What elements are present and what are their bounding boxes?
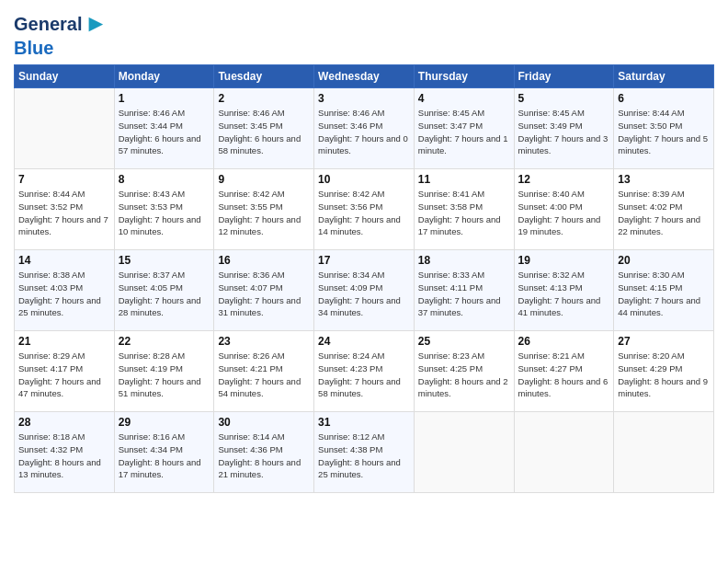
logo-arrow-icon: ►: [84, 9, 108, 38]
calendar-cell: 4Sunrise: 8:45 AMSunset: 3:47 PMDaylight…: [414, 88, 514, 169]
day-number: 13: [618, 173, 710, 186]
day-number: 12: [518, 173, 610, 186]
calendar-cell: 21Sunrise: 8:29 AMSunset: 4:17 PMDayligh…: [15, 331, 115, 412]
week-row-5: 28Sunrise: 8:18 AMSunset: 4:32 PMDayligh…: [15, 412, 714, 493]
calendar-cell: 12Sunrise: 8:40 AMSunset: 4:00 PMDayligh…: [514, 169, 614, 250]
day-info: Sunrise: 8:28 AMSunset: 4:19 PMDaylight:…: [119, 350, 210, 400]
calendar-cell: 14Sunrise: 8:38 AMSunset: 4:03 PMDayligh…: [15, 250, 115, 331]
calendar-cell: 24Sunrise: 8:24 AMSunset: 4:23 PMDayligh…: [314, 331, 415, 412]
day-number: 23: [218, 335, 310, 348]
day-number: 6: [618, 92, 710, 105]
calendar-cell: [514, 412, 614, 493]
day-number: 8: [119, 173, 210, 186]
day-info: Sunrise: 8:39 AMSunset: 4:02 PMDaylight:…: [618, 188, 710, 238]
week-row-3: 14Sunrise: 8:38 AMSunset: 4:03 PMDayligh…: [15, 250, 714, 331]
day-info: Sunrise: 8:29 AMSunset: 4:17 PMDaylight:…: [18, 350, 110, 400]
day-info: Sunrise: 8:37 AMSunset: 4:05 PMDaylight:…: [119, 269, 210, 319]
day-info: Sunrise: 8:45 AMSunset: 3:47 PMDaylight:…: [418, 107, 510, 157]
header-day-saturday: Saturday: [614, 65, 714, 88]
day-info: Sunrise: 8:18 AMSunset: 4:32 PMDaylight:…: [18, 431, 110, 481]
calendar-cell: [15, 88, 115, 169]
header-day-friday: Friday: [514, 65, 614, 88]
calendar-cell: 1Sunrise: 8:46 AMSunset: 3:44 PMDaylight…: [114, 88, 214, 169]
day-number: 11: [418, 173, 510, 186]
day-number: 9: [218, 173, 310, 186]
header-day-wednesday: Wednesday: [314, 65, 415, 88]
day-number: 10: [318, 173, 410, 186]
week-row-4: 21Sunrise: 8:29 AMSunset: 4:17 PMDayligh…: [15, 331, 714, 412]
calendar-cell: 27Sunrise: 8:20 AMSunset: 4:29 PMDayligh…: [614, 331, 714, 412]
day-info: Sunrise: 8:46 AMSunset: 3:46 PMDaylight:…: [318, 107, 410, 157]
day-info: Sunrise: 8:44 AMSunset: 3:50 PMDaylight:…: [618, 107, 710, 157]
day-info: Sunrise: 8:23 AMSunset: 4:25 PMDaylight:…: [418, 350, 510, 400]
calendar-cell: 15Sunrise: 8:37 AMSunset: 4:05 PMDayligh…: [114, 250, 214, 331]
header-day-thursday: Thursday: [414, 65, 514, 88]
calendar-cell: 9Sunrise: 8:42 AMSunset: 3:55 PMDaylight…: [214, 169, 314, 250]
day-info: Sunrise: 8:12 AMSunset: 4:38 PMDaylight:…: [318, 431, 410, 481]
day-info: Sunrise: 8:38 AMSunset: 4:03 PMDaylight:…: [18, 269, 110, 319]
calendar-body: 1Sunrise: 8:46 AMSunset: 3:44 PMDaylight…: [15, 88, 714, 493]
day-number: 1: [119, 92, 210, 105]
day-number: 4: [418, 92, 510, 105]
day-number: 27: [618, 335, 710, 348]
calendar-header: SundayMondayTuesdayWednesdayThursdayFrid…: [15, 65, 714, 88]
calendar-cell: 8Sunrise: 8:43 AMSunset: 3:53 PMDaylight…: [114, 169, 214, 250]
day-number: 7: [18, 173, 110, 186]
calendar-cell: 6Sunrise: 8:44 AMSunset: 3:50 PMDaylight…: [614, 88, 714, 169]
calendar-cell: [614, 412, 714, 493]
day-number: 19: [518, 254, 610, 267]
day-info: Sunrise: 8:40 AMSunset: 4:00 PMDaylight:…: [518, 188, 610, 238]
day-number: 18: [418, 254, 510, 267]
day-number: 24: [318, 335, 410, 348]
calendar-cell: 18Sunrise: 8:33 AMSunset: 4:11 PMDayligh…: [414, 250, 514, 331]
day-number: 28: [18, 416, 110, 429]
header-day-monday: Monday: [114, 65, 214, 88]
calendar-table: SundayMondayTuesdayWednesdayThursdayFrid…: [14, 64, 714, 493]
day-info: Sunrise: 8:33 AMSunset: 4:11 PMDaylight:…: [418, 269, 510, 319]
day-info: Sunrise: 8:21 AMSunset: 4:27 PMDaylight:…: [518, 350, 610, 400]
day-info: Sunrise: 8:45 AMSunset: 3:49 PMDaylight:…: [518, 107, 610, 157]
header: General ► Blue: [14, 9, 714, 59]
day-number: 26: [518, 335, 610, 348]
day-number: 16: [218, 254, 310, 267]
day-number: 15: [119, 254, 210, 267]
calendar-cell: 23Sunrise: 8:26 AMSunset: 4:21 PMDayligh…: [214, 331, 314, 412]
calendar-cell: 25Sunrise: 8:23 AMSunset: 4:25 PMDayligh…: [414, 331, 514, 412]
day-info: Sunrise: 8:36 AMSunset: 4:07 PMDaylight:…: [218, 269, 310, 319]
logo: General ► Blue: [14, 9, 108, 59]
calendar-cell: 2Sunrise: 8:46 AMSunset: 3:45 PMDaylight…: [214, 88, 314, 169]
calendar-cell: 16Sunrise: 8:36 AMSunset: 4:07 PMDayligh…: [214, 250, 314, 331]
calendar-cell: 7Sunrise: 8:44 AMSunset: 3:52 PMDaylight…: [15, 169, 115, 250]
day-info: Sunrise: 8:24 AMSunset: 4:23 PMDaylight:…: [318, 350, 410, 400]
day-number: 31: [318, 416, 410, 429]
day-info: Sunrise: 8:46 AMSunset: 3:44 PMDaylight:…: [119, 107, 210, 157]
week-row-1: 1Sunrise: 8:46 AMSunset: 3:44 PMDaylight…: [15, 88, 714, 169]
header-day-tuesday: Tuesday: [214, 65, 314, 88]
day-number: 29: [119, 416, 210, 429]
calendar-cell: 20Sunrise: 8:30 AMSunset: 4:15 PMDayligh…: [614, 250, 714, 331]
day-number: 2: [218, 92, 310, 105]
page-container: General ► Blue SundayMondayTuesdayWednes…: [0, 0, 728, 502]
day-number: 14: [18, 254, 110, 267]
calendar-cell: 28Sunrise: 8:18 AMSunset: 4:32 PMDayligh…: [15, 412, 115, 493]
day-info: Sunrise: 8:32 AMSunset: 4:13 PMDaylight:…: [518, 269, 610, 319]
day-info: Sunrise: 8:44 AMSunset: 3:52 PMDaylight:…: [18, 188, 110, 238]
day-info: Sunrise: 8:26 AMSunset: 4:21 PMDaylight:…: [218, 350, 310, 400]
day-number: 22: [119, 335, 210, 348]
calendar-cell: 30Sunrise: 8:14 AMSunset: 4:36 PMDayligh…: [214, 412, 314, 493]
calendar-cell: 5Sunrise: 8:45 AMSunset: 3:49 PMDaylight…: [514, 88, 614, 169]
logo-general: General: [14, 14, 82, 34]
week-row-2: 7Sunrise: 8:44 AMSunset: 3:52 PMDaylight…: [15, 169, 714, 250]
logo-blue: Blue: [14, 38, 53, 59]
day-number: 21: [18, 335, 110, 348]
calendar-cell: 11Sunrise: 8:41 AMSunset: 3:58 PMDayligh…: [414, 169, 514, 250]
calendar-cell: 3Sunrise: 8:46 AMSunset: 3:46 PMDaylight…: [314, 88, 415, 169]
calendar-cell: 10Sunrise: 8:42 AMSunset: 3:56 PMDayligh…: [314, 169, 415, 250]
day-info: Sunrise: 8:43 AMSunset: 3:53 PMDaylight:…: [119, 188, 210, 238]
day-info: Sunrise: 8:46 AMSunset: 3:45 PMDaylight:…: [218, 107, 310, 157]
calendar-cell: 31Sunrise: 8:12 AMSunset: 4:38 PMDayligh…: [314, 412, 415, 493]
day-number: 17: [318, 254, 410, 267]
day-info: Sunrise: 8:41 AMSunset: 3:58 PMDaylight:…: [418, 188, 510, 238]
day-info: Sunrise: 8:42 AMSunset: 3:56 PMDaylight:…: [318, 188, 410, 238]
header-row: SundayMondayTuesdayWednesdayThursdayFrid…: [15, 65, 714, 88]
